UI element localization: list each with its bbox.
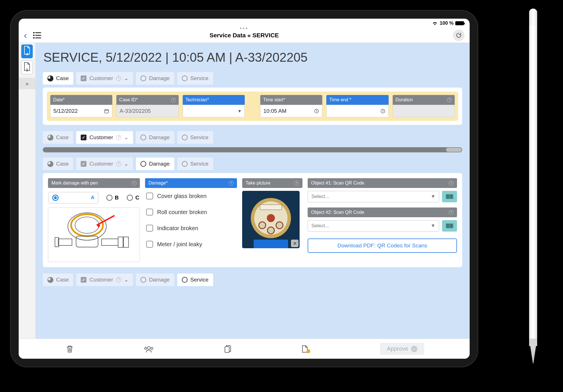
damage-panel: Mark damage with pen? A B C	[43, 173, 462, 267]
tab-customer[interactable]: Customer?⌄	[76, 158, 133, 170]
tabstrip-case: Case Customer?⌄ Damage Service	[43, 72, 462, 85]
svg-rect-15	[76, 236, 98, 247]
trash-icon	[66, 345, 74, 353]
tab-damage[interactable]: Damage	[136, 131, 174, 144]
doc-status-button[interactable]	[301, 343, 313, 355]
remove-photo-button[interactable]: ✕	[291, 240, 298, 247]
check-icon	[81, 75, 86, 81]
check-cover-glass[interactable]: Cover glass broken	[146, 193, 236, 199]
radio-a[interactable]: A	[49, 192, 98, 203]
tab-label: Customer	[89, 277, 113, 283]
download-qr-pdf-button[interactable]: Download PDF: QR Codes for Scans	[308, 238, 457, 253]
tab-service[interactable]: Service	[177, 72, 213, 85]
tab-damage[interactable]: Damage	[136, 158, 174, 170]
svg-point-47	[144, 347, 146, 349]
barcode-icon	[446, 223, 454, 229]
help-icon: ?	[116, 135, 121, 140]
svg-rect-28	[260, 205, 282, 210]
check-meter-leaky[interactable]: Meter / joint leaky	[146, 241, 236, 248]
copy-button[interactable]	[222, 343, 234, 355]
chevron-down-icon: ⌄	[124, 134, 128, 141]
circle-icon	[140, 161, 146, 167]
barcode-icon	[446, 193, 454, 200]
tab-case[interactable]: Case	[43, 131, 73, 144]
select-scan-2[interactable]: Select...▼	[308, 220, 439, 232]
radio-icon	[106, 195, 113, 201]
svg-rect-18	[102, 239, 118, 245]
svg-point-26	[276, 222, 283, 229]
tab-service[interactable]: Service	[177, 131, 213, 144]
side-doc-2[interactable]: 1	[21, 61, 33, 74]
app-navbar: ••• ‹ Service Data « SERVICE	[19, 28, 470, 43]
mark-radio-group: A B C	[49, 192, 139, 203]
check-indicator[interactable]: Indicator broken	[146, 225, 236, 232]
clock-icon	[380, 108, 385, 114]
svg-rect-6	[105, 110, 109, 113]
horizontal-scrollbar[interactable]	[43, 147, 462, 152]
tab-service[interactable]: Service	[177, 158, 213, 170]
field-label-time-end: Time end *	[326, 95, 388, 105]
radio-c[interactable]: C	[127, 192, 139, 203]
input-time-end[interactable]	[326, 105, 388, 117]
circle-icon	[140, 75, 146, 81]
tab-label: Customer	[89, 134, 113, 141]
share-users-button[interactable]	[143, 343, 155, 355]
side-doc-badge: 4	[26, 52, 28, 56]
tab-label: Service	[190, 161, 209, 167]
tab-label: Case	[56, 161, 69, 167]
qr-scan-button-1[interactable]	[442, 191, 457, 202]
photo-thumbnail[interactable]: ✕	[242, 191, 300, 248]
check-circle-icon: ✓	[411, 346, 417, 352]
select-technician[interactable]: ▼	[183, 105, 245, 117]
tab-label: Service	[190, 134, 209, 141]
svg-point-48	[151, 347, 153, 349]
battery-percentage: 100 %	[440, 20, 454, 26]
dropdown-icon: ▼	[431, 194, 435, 199]
checkbox-icon	[146, 193, 153, 199]
tab-customer[interactable]: Customer?⌄	[76, 72, 133, 85]
water-meter-icon	[51, 210, 137, 259]
tab-case[interactable]: Case	[43, 72, 73, 85]
input-time-start[interactable]: 10:05 AM	[260, 105, 322, 117]
side-doc-active[interactable]: 4	[21, 44, 33, 58]
help-icon: ?	[171, 98, 176, 102]
tabstrip-damage: Case Customer?⌄ Damage Service	[43, 158, 462, 170]
check-roll-counter[interactable]: Roll counter broken	[146, 209, 236, 216]
scrollbar-thumb[interactable]	[446, 147, 462, 152]
tab-label: Case	[56, 134, 69, 141]
tab-damage[interactable]: Damage	[136, 72, 174, 85]
input-duration	[393, 105, 455, 117]
header-damage: Damage*?	[145, 178, 237, 188]
battery-icon	[455, 21, 464, 25]
tab-service[interactable]: Service	[177, 273, 213, 286]
help-icon: ?	[447, 98, 452, 102]
tab-case[interactable]: Case	[43, 158, 73, 170]
qr-scan-button-2[interactable]	[442, 220, 457, 232]
tab-damage[interactable]: Damage	[136, 273, 174, 286]
approve-button[interactable]: Approve ✓	[380, 343, 425, 355]
tabstrip-service: Case Customer?⌄ Damage Service	[43, 273, 462, 286]
tab-label: Damage	[149, 277, 170, 283]
multitask-dots-icon: •••	[19, 26, 470, 32]
nav-title: Service Data « SERVICE	[19, 32, 470, 39]
checkbox-icon	[146, 241, 153, 248]
delete-button[interactable]	[64, 343, 76, 355]
svg-point-24	[267, 214, 275, 222]
help-icon: ?	[116, 277, 121, 282]
status-dot-icon	[306, 349, 310, 353]
input-date[interactable]: 5/12/2022	[50, 105, 112, 117]
field-label-duration: Duration?	[393, 95, 455, 105]
checkbox-icon	[146, 225, 153, 232]
svg-rect-16	[58, 239, 72, 245]
side-doc-badge-2: 1	[26, 68, 28, 72]
side-expand-button[interactable]: »	[19, 78, 35, 89]
tab-customer[interactable]: Customer?⌄	[76, 131, 133, 144]
tab-case[interactable]: Case	[43, 273, 73, 286]
dropdown-icon: ▼	[238, 109, 242, 113]
select-scan-1[interactable]: Select...▼	[308, 191, 439, 202]
tab-customer[interactable]: Customer?⌄	[76, 273, 133, 286]
radio-b[interactable]: B	[106, 192, 119, 203]
meter-diagram[interactable]	[48, 207, 140, 262]
check-icon	[81, 161, 86, 167]
radio-icon	[52, 195, 59, 201]
